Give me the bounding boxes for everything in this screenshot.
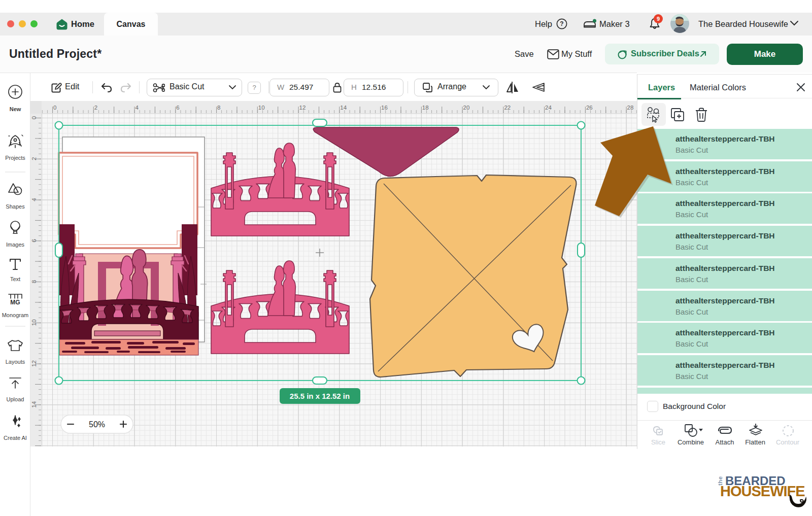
svg-text:MG: MG: [10, 299, 20, 306]
svg-text:26: 26: [586, 105, 593, 111]
svg-text:Images: Images: [6, 242, 25, 248]
svg-text:25.5 in x 12.52 in: 25.5 in x 12.52 in: [290, 392, 350, 400]
svg-text:8: 8: [217, 105, 220, 111]
svg-text:22: 22: [504, 105, 511, 111]
svg-text:14: 14: [340, 105, 347, 111]
svg-text:Create AI: Create AI: [4, 435, 27, 441]
svg-text:0: 0: [31, 116, 37, 119]
svg-text:8: 8: [31, 280, 37, 283]
svg-text:12: 12: [299, 105, 306, 111]
svg-text:16: 16: [381, 105, 388, 111]
svg-text:Projects: Projects: [5, 155, 25, 161]
svg-text:6: 6: [176, 105, 179, 111]
svg-text:2: 2: [94, 105, 97, 111]
svg-text:0: 0: [53, 105, 56, 111]
svg-text:10: 10: [258, 105, 265, 111]
svg-text:10: 10: [31, 319, 37, 326]
svg-text:6: 6: [31, 239, 37, 242]
svg-text:New: New: [10, 106, 21, 112]
svg-text:24: 24: [545, 105, 552, 111]
svg-text:4: 4: [136, 105, 139, 111]
svg-text:Layouts: Layouts: [6, 359, 25, 365]
svg-text:Upload: Upload: [7, 396, 24, 402]
svg-text:28: 28: [627, 105, 634, 111]
svg-text:Shapes: Shapes: [6, 203, 25, 210]
svg-text:12: 12: [31, 360, 37, 367]
svg-text:4: 4: [31, 198, 37, 201]
svg-text:2: 2: [31, 157, 37, 160]
svg-text:20: 20: [463, 105, 470, 111]
svg-text:14: 14: [31, 401, 37, 407]
svg-text:50%: 50%: [89, 420, 105, 429]
svg-text:Monogram: Monogram: [2, 312, 29, 318]
svg-text:Text: Text: [10, 276, 20, 282]
svg-text:18: 18: [422, 105, 429, 111]
svg-text:?: ?: [560, 20, 563, 27]
